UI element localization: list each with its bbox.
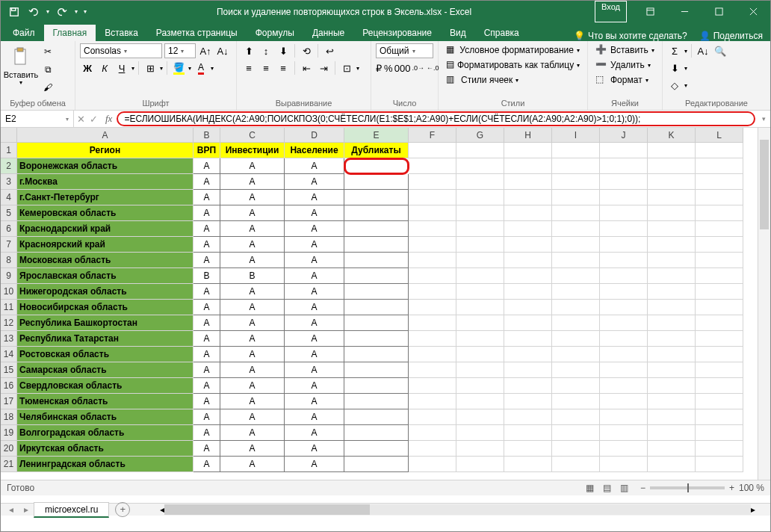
cell[interactable] [344, 221, 409, 237]
cell[interactable] [456, 441, 504, 457]
cell[interactable]: А [285, 158, 344, 174]
cell[interactable] [504, 409, 552, 425]
cell[interactable] [552, 378, 600, 394]
cell[interactable] [648, 253, 696, 268]
namebox-dd-icon[interactable]: ▾ [66, 116, 69, 123]
cell[interactable]: А [193, 253, 220, 268]
align-left-icon[interactable]: ≡ [241, 61, 256, 75]
column-header[interactable]: I [552, 128, 600, 143]
cell[interactable]: Тюменская область [17, 394, 193, 409]
cell[interactable]: Ярославская область [17, 268, 193, 284]
cell[interactable] [600, 174, 648, 190]
cell[interactable] [600, 409, 648, 425]
cell[interactable] [456, 221, 504, 237]
cell[interactable] [409, 300, 456, 315]
cell[interactable] [648, 221, 696, 237]
row-header[interactable]: 5 [1, 205, 17, 221]
cell[interactable] [409, 205, 456, 221]
cell[interactable] [552, 409, 600, 425]
cell[interactable] [696, 441, 743, 457]
cell[interactable] [409, 347, 456, 362]
cell[interactable] [409, 409, 456, 425]
cell[interactable] [456, 331, 504, 347]
cell[interactable] [696, 158, 743, 174]
row-header[interactable]: 7 [1, 237, 17, 253]
cell[interactable] [504, 425, 552, 441]
cell[interactable] [552, 457, 600, 472]
column-header[interactable]: A [17, 128, 193, 143]
cell[interactable] [648, 347, 696, 362]
align-middle-icon[interactable]: ↕ [258, 43, 273, 58]
cell[interactable]: А [220, 284, 285, 300]
cell[interactable]: ВРП [193, 143, 220, 158]
align-top-icon[interactable]: ⬆ [241, 43, 256, 58]
cell[interactable] [552, 221, 600, 237]
column-header[interactable]: G [456, 128, 504, 143]
cell[interactable] [552, 190, 600, 205]
row-header[interactable]: 12 [1, 315, 17, 331]
cell[interactable] [648, 237, 696, 253]
cell[interactable] [344, 284, 409, 300]
cell[interactable] [344, 425, 409, 441]
vertical-scrollbar[interactable] [758, 128, 770, 480]
increase-font-icon[interactable]: A↑ [198, 43, 213, 58]
cell[interactable]: В [193, 268, 220, 284]
cell[interactable]: А [285, 362, 344, 378]
cell[interactable]: Население [285, 143, 344, 158]
row-header[interactable]: 10 [1, 284, 17, 300]
cell[interactable] [600, 394, 648, 409]
cell[interactable]: А [193, 237, 220, 253]
cell[interactable]: А [193, 205, 220, 221]
paste-button[interactable]: Вставить ▾ [5, 43, 37, 87]
cell[interactable] [648, 331, 696, 347]
cell[interactable]: А [220, 409, 285, 425]
cell[interactable] [648, 158, 696, 174]
conditional-formatting-button[interactable]: ▦Условное форматирование ▾ [443, 43, 583, 57]
cell[interactable] [344, 315, 409, 331]
cell[interactable]: А [285, 394, 344, 409]
bold-button[interactable]: Ж [80, 61, 95, 75]
cell[interactable] [696, 237, 743, 253]
fill-dd[interactable]: ▾ [188, 65, 191, 72]
cell[interactable]: Новосибирская область [17, 300, 193, 315]
undo-dd[interactable]: ▾ [44, 3, 52, 21]
column-header[interactable]: B [193, 128, 220, 143]
cell[interactable] [344, 441, 409, 457]
column-header[interactable]: D [285, 128, 344, 143]
cell[interactable] [696, 300, 743, 315]
cell[interactable] [648, 378, 696, 394]
orientation-icon[interactable]: ⟲ [299, 43, 314, 58]
sort-filter-icon[interactable]: A↓ [696, 43, 710, 58]
redo-dd[interactable]: ▾ [72, 3, 80, 21]
cell[interactable] [648, 190, 696, 205]
autosum-icon[interactable]: Σ [667, 43, 682, 58]
cell[interactable] [552, 143, 600, 158]
cell[interactable] [344, 347, 409, 362]
ribbon-tab-рецензирование[interactable]: Рецензирование [353, 25, 441, 41]
cell[interactable]: А [220, 347, 285, 362]
cell[interactable]: А [285, 425, 344, 441]
cell[interactable] [552, 237, 600, 253]
format-as-table-button[interactable]: ▤Форматировать как таблицу ▾ [443, 58, 583, 72]
cell[interactable] [504, 300, 552, 315]
wrap-text-icon[interactable]: ↩ [322, 43, 337, 58]
zoom-slider[interactable] [650, 486, 725, 489]
sheet-tab[interactable]: microexcel.ru [34, 502, 109, 518]
fill-icon[interactable]: ⬇ [667, 61, 682, 75]
qat-customize[interactable]: ▾ [81, 3, 89, 21]
cell[interactable] [504, 253, 552, 268]
number-format-combo[interactable]: Общий▾ [376, 43, 433, 58]
row-header[interactable]: 16 [1, 378, 17, 394]
cell[interactable] [504, 268, 552, 284]
cell[interactable]: А [193, 409, 220, 425]
cell[interactable] [552, 268, 600, 284]
cell[interactable]: Регион [17, 143, 193, 158]
name-box-input[interactable] [5, 114, 50, 124]
clear-icon[interactable]: ◇ [667, 78, 682, 93]
cell[interactable]: А [220, 237, 285, 253]
cell[interactable] [648, 457, 696, 472]
cell[interactable] [696, 284, 743, 300]
ribbon-tab-главная[interactable]: Главная [44, 25, 96, 41]
ribbon-tab-файл[interactable]: Файл [4, 25, 44, 41]
cell[interactable] [456, 409, 504, 425]
